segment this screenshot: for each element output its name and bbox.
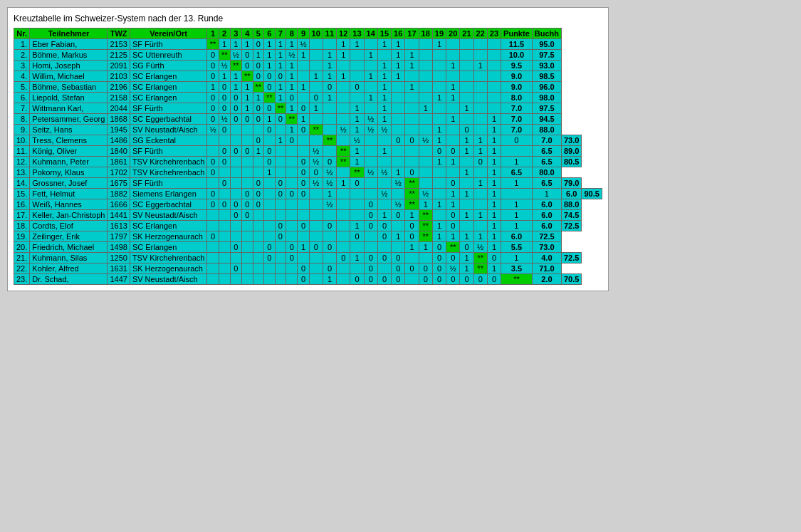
cell-game-24: [501, 146, 533, 157]
cell-game-8: [286, 274, 298, 285]
cell-name: Friedrich, Michael: [30, 242, 108, 253]
cell-game-17: **: [405, 189, 419, 199]
cell-game-9: 0: [298, 178, 309, 189]
cell-game-24: 1: [501, 199, 533, 210]
cell-game-9: 0: [298, 274, 309, 285]
cell-game-13: 1: [350, 146, 364, 157]
table-row: 18.Cordts, Elof1613SC Erlangen0001000**1…: [14, 221, 602, 231]
cell-game-3: [230, 231, 241, 242]
cell-game-8: [286, 178, 298, 189]
cell-game-13: [350, 50, 364, 61]
cell-game-1: [207, 274, 219, 285]
cell-game-23: 0: [487, 253, 501, 264]
cell-game-21: 1: [460, 103, 473, 114]
cell-game-7: 0: [275, 71, 286, 82]
cell-game-11: ½: [323, 178, 336, 189]
cell-game-7: 1: [275, 135, 286, 146]
cell-game-13: 1: [350, 125, 364, 135]
cell-game-7: [275, 274, 286, 285]
cell-game-9: 0: [298, 264, 309, 274]
cell-game-3: 1: [230, 82, 241, 93]
cell-buchh: 74.5: [562, 210, 582, 221]
cell-game-19: [432, 178, 446, 189]
cell-game-5: [253, 221, 264, 231]
cell-nr: 2.: [14, 50, 30, 61]
cell-game-23: [487, 82, 501, 93]
cell-game-21: 1: [460, 135, 473, 146]
cell-verein: SF Fürth: [130, 178, 207, 189]
cell-game-9: [298, 199, 309, 210]
cell-nr: 20.: [14, 242, 30, 253]
cell-game-17: [405, 274, 419, 285]
cell-game-22: **: [473, 264, 487, 274]
cell-game-14: 0: [364, 210, 377, 221]
cell-game-2: [219, 231, 230, 242]
cell-game-14: 1: [364, 50, 377, 61]
cell-game-18: **: [419, 231, 432, 242]
cell-punkte: 5.5: [501, 242, 533, 253]
cell-game-16: ½: [392, 199, 405, 210]
cell-game-6: 0: [264, 157, 276, 167]
cell-game-7: 0: [275, 178, 286, 189]
cell-game-4: 0: [241, 114, 253, 125]
cell-game-11: 0: [323, 264, 336, 274]
cell-twz: 1861: [108, 157, 130, 167]
cell-game-21: [460, 61, 473, 71]
table-row: 7.Wittmann Karl,2044SF Fürth000100**1011…: [14, 103, 602, 114]
cell-game-17: [405, 253, 419, 264]
cell-game-4: 0: [241, 199, 253, 210]
cell-buchh: 73.0: [562, 135, 582, 146]
cell-game-5: 0: [253, 71, 264, 82]
cell-game-24: 1: [501, 157, 533, 167]
cell-game-23: 1: [487, 264, 501, 274]
cell-game-2: 0: [219, 103, 230, 114]
cell-game-18: ½: [419, 189, 432, 199]
cell-game-18: [419, 253, 432, 264]
cell-game-23: [487, 71, 501, 82]
cell-punkte: 7.0: [532, 135, 561, 146]
cell-game-3: [230, 135, 241, 146]
cell-game-11: 1: [323, 71, 336, 82]
cell-game-23: 1: [487, 242, 501, 253]
cell-name: Grossner, Josef: [30, 178, 108, 189]
cell-game-5: [253, 125, 264, 135]
cell-game-10: [309, 61, 323, 71]
col-teilnehmer: Teilnehmer: [30, 28, 108, 39]
cell-game-8: [286, 210, 298, 221]
cell-game-2: 0: [219, 125, 230, 135]
cell-name: Dr. Schad,: [30, 274, 108, 285]
cell-game-3: 1: [230, 39, 241, 50]
cell-game-9: [298, 146, 309, 157]
cell-game-6: 0: [264, 146, 276, 157]
cell-game-7: 0: [275, 231, 286, 242]
cell-game-22: 1: [473, 210, 487, 221]
cell-game-5: [253, 274, 264, 285]
cell-game-21: 0: [460, 242, 473, 253]
table-row: 19.Zeilinger, Erik1797SK Herzogenaurach0…: [14, 231, 602, 242]
cell-game-6: [264, 199, 276, 210]
cell-punkte: 10.0: [501, 50, 533, 61]
cell-game-21: [460, 93, 473, 103]
cell-game-5: 0: [253, 178, 264, 189]
cell-punkte: 11.5: [501, 39, 533, 50]
cell-game-21: [460, 71, 473, 82]
cell-name: Weiß, Hannes: [30, 199, 108, 210]
table-row: 10.Tress, Clemens1486SG Eckental010**½00…: [14, 135, 602, 146]
cell-game-13: 0: [350, 274, 364, 285]
cell-game-17: [405, 103, 419, 114]
cell-game-13: [350, 71, 364, 82]
cell-game-20: 1: [446, 82, 460, 93]
cell-game-18: 0: [419, 274, 432, 285]
cell-game-19: 0: [432, 242, 446, 253]
cell-game-19: 0: [432, 253, 446, 264]
cell-game-9: [298, 231, 309, 242]
cell-game-20: [446, 125, 460, 135]
cell-game-22: 1: [473, 135, 487, 146]
cell-buchh: 71.0: [532, 264, 561, 274]
table-row: 8.Petersammer, Georg1868SC Eggerbachtal0…: [14, 114, 602, 125]
cell-nr: 16.: [14, 199, 30, 210]
cell-game-2: ½: [219, 114, 230, 125]
cell-nr: 14.: [14, 178, 30, 189]
cell-game-12: 1: [337, 50, 350, 61]
cell-game-14: 0: [364, 253, 377, 264]
